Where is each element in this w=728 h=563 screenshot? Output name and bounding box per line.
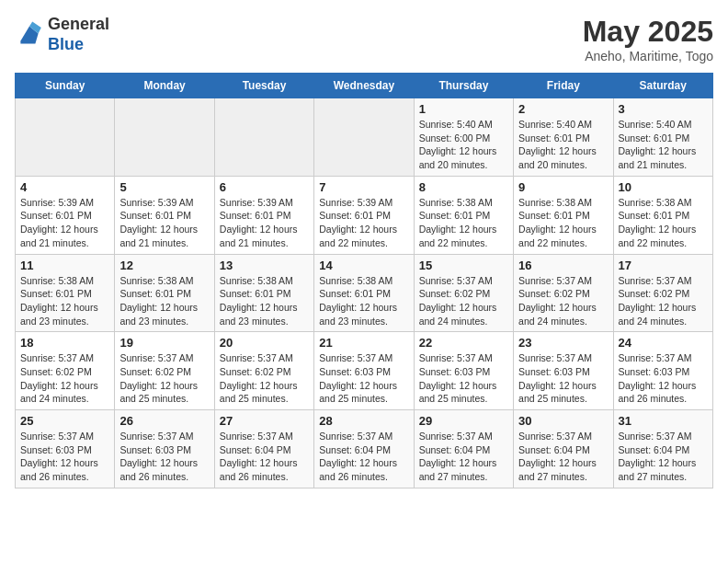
day-info: Sunrise: 5:37 AM Sunset: 6:04 PM Dayligh… [319, 430, 408, 484]
calendar-day-cell: 3Sunrise: 5:40 AM Sunset: 6:01 PM Daylig… [613, 98, 712, 177]
calendar-day-cell: 24Sunrise: 5:37 AM Sunset: 6:03 PM Dayli… [613, 332, 712, 410]
calendar-day-cell: 14Sunrise: 5:38 AM Sunset: 6:01 PM Dayli… [314, 254, 414, 332]
day-number: 2 [518, 102, 608, 116]
calendar-day-cell: 29Sunrise: 5:37 AM Sunset: 6:04 PM Dayli… [414, 410, 513, 488]
weekday-header-tuesday: Tuesday [214, 74, 313, 98]
day-info: Sunrise: 5:37 AM Sunset: 6:02 PM Dayligh… [518, 274, 608, 328]
calendar-day-cell: 1Sunrise: 5:40 AM Sunset: 6:00 PM Daylig… [414, 98, 513, 177]
calendar-subtitle: Aneho, Maritime, Togo [583, 49, 713, 63]
calendar-day-cell: 26Sunrise: 5:37 AM Sunset: 6:03 PM Dayli… [115, 410, 214, 488]
day-number: 23 [518, 336, 608, 350]
calendar-day-cell [115, 98, 214, 177]
calendar-week-row: 18Sunrise: 5:37 AM Sunset: 6:02 PM Dayli… [16, 332, 713, 410]
calendar-day-cell: 12Sunrise: 5:38 AM Sunset: 6:01 PM Dayli… [115, 254, 214, 332]
calendar-day-cell: 21Sunrise: 5:37 AM Sunset: 6:03 PM Dayli… [314, 332, 414, 410]
day-number: 24 [619, 336, 708, 350]
day-number: 7 [319, 180, 408, 194]
calendar-day-cell: 10Sunrise: 5:38 AM Sunset: 6:01 PM Dayli… [613, 176, 712, 254]
calendar-header: SundayMondayTuesdayWednesdayThursdayFrid… [16, 74, 713, 98]
day-info: Sunrise: 5:39 AM Sunset: 6:01 PM Dayligh… [119, 196, 209, 250]
day-info: Sunrise: 5:38 AM Sunset: 6:01 PM Dayligh… [119, 274, 209, 328]
calendar-day-cell: 16Sunrise: 5:37 AM Sunset: 6:02 PM Dayli… [514, 254, 613, 332]
day-info: Sunrise: 5:38 AM Sunset: 6:01 PM Dayligh… [20, 274, 109, 328]
day-number: 6 [220, 180, 309, 194]
day-info: Sunrise: 5:37 AM Sunset: 6:04 PM Dayligh… [619, 430, 708, 484]
weekday-header-monday: Monday [115, 74, 214, 98]
day-number: 27 [220, 414, 309, 428]
calendar-day-cell: 8Sunrise: 5:38 AM Sunset: 6:01 PM Daylig… [414, 176, 513, 254]
calendar-day-cell: 27Sunrise: 5:37 AM Sunset: 6:04 PM Dayli… [214, 410, 313, 488]
calendar-week-row: 25Sunrise: 5:37 AM Sunset: 6:03 PM Dayli… [16, 410, 713, 488]
day-number: 17 [619, 259, 708, 272]
day-number: 5 [119, 180, 209, 194]
day-info: Sunrise: 5:37 AM Sunset: 6:02 PM Dayligh… [20, 351, 109, 406]
day-number: 4 [20, 180, 109, 194]
calendar-day-cell: 28Sunrise: 5:37 AM Sunset: 6:04 PM Dayli… [314, 410, 414, 488]
calendar-day-cell: 18Sunrise: 5:37 AM Sunset: 6:02 PM Dayli… [16, 332, 115, 410]
day-number: 9 [518, 180, 608, 194]
logo: General Blue [15, 15, 109, 54]
day-info: Sunrise: 5:37 AM Sunset: 6:04 PM Dayligh… [220, 430, 309, 484]
calendar-day-cell: 23Sunrise: 5:37 AM Sunset: 6:03 PM Dayli… [514, 332, 613, 410]
calendar-week-row: 11Sunrise: 5:38 AM Sunset: 6:01 PM Dayli… [16, 254, 713, 332]
day-info: Sunrise: 5:37 AM Sunset: 6:03 PM Dayligh… [619, 351, 708, 406]
day-info: Sunrise: 5:40 AM Sunset: 6:00 PM Dayligh… [419, 118, 508, 172]
calendar-day-cell: 4Sunrise: 5:39 AM Sunset: 6:01 PM Daylig… [16, 176, 115, 254]
day-number: 14 [319, 259, 408, 272]
day-info: Sunrise: 5:39 AM Sunset: 6:01 PM Dayligh… [220, 196, 309, 250]
day-info: Sunrise: 5:37 AM Sunset: 6:04 PM Dayligh… [518, 430, 608, 484]
calendar-day-cell: 7Sunrise: 5:39 AM Sunset: 6:01 PM Daylig… [314, 176, 414, 254]
day-number: 31 [619, 414, 708, 428]
calendar-week-row: 4Sunrise: 5:39 AM Sunset: 6:01 PM Daylig… [16, 176, 713, 254]
day-number: 26 [119, 414, 209, 428]
calendar-day-cell: 19Sunrise: 5:37 AM Sunset: 6:02 PM Dayli… [115, 332, 214, 410]
calendar-day-cell: 13Sunrise: 5:38 AM Sunset: 6:01 PM Dayli… [214, 254, 313, 332]
calendar-week-row: 1Sunrise: 5:40 AM Sunset: 6:00 PM Daylig… [16, 98, 713, 177]
day-info: Sunrise: 5:38 AM Sunset: 6:01 PM Dayligh… [619, 196, 708, 250]
calendar-day-cell: 9Sunrise: 5:38 AM Sunset: 6:01 PM Daylig… [514, 176, 613, 254]
calendar-table: SundayMondayTuesdayWednesdayThursdayFrid… [15, 73, 713, 488]
day-number: 11 [20, 259, 109, 272]
logo-icon [15, 20, 44, 50]
calendar-day-cell: 2Sunrise: 5:40 AM Sunset: 6:01 PM Daylig… [514, 98, 613, 177]
weekday-header-thursday: Thursday [414, 74, 513, 98]
calendar-day-cell: 22Sunrise: 5:37 AM Sunset: 6:03 PM Dayli… [414, 332, 513, 410]
calendar-day-cell: 20Sunrise: 5:37 AM Sunset: 6:02 PM Dayli… [214, 332, 313, 410]
day-number: 16 [518, 259, 608, 272]
day-info: Sunrise: 5:37 AM Sunset: 6:02 PM Dayligh… [220, 351, 309, 406]
day-info: Sunrise: 5:38 AM Sunset: 6:01 PM Dayligh… [419, 196, 508, 250]
day-info: Sunrise: 5:39 AM Sunset: 6:01 PM Dayligh… [319, 196, 408, 250]
day-number: 30 [518, 414, 608, 428]
day-number: 21 [319, 336, 408, 350]
day-info: Sunrise: 5:37 AM Sunset: 6:03 PM Dayligh… [20, 430, 109, 484]
weekday-header-row: SundayMondayTuesdayWednesdayThursdayFrid… [16, 74, 713, 98]
day-info: Sunrise: 5:37 AM Sunset: 6:03 PM Dayligh… [518, 351, 608, 406]
day-info: Sunrise: 5:37 AM Sunset: 6:02 PM Dayligh… [119, 351, 209, 406]
day-number: 15 [419, 259, 508, 272]
calendar-day-cell: 15Sunrise: 5:37 AM Sunset: 6:02 PM Dayli… [414, 254, 513, 332]
day-info: Sunrise: 5:38 AM Sunset: 6:01 PM Dayligh… [319, 274, 408, 328]
day-number: 18 [20, 336, 109, 350]
day-info: Sunrise: 5:40 AM Sunset: 6:01 PM Dayligh… [518, 118, 608, 172]
day-number: 20 [220, 336, 309, 350]
day-info: Sunrise: 5:37 AM Sunset: 6:02 PM Dayligh… [419, 274, 508, 328]
calendar-day-cell: 30Sunrise: 5:37 AM Sunset: 6:04 PM Dayli… [514, 410, 613, 488]
day-number: 25 [20, 414, 109, 428]
calendar-day-cell: 31Sunrise: 5:37 AM Sunset: 6:04 PM Dayli… [613, 410, 712, 488]
day-number: 29 [419, 414, 508, 428]
day-number: 10 [619, 180, 708, 194]
calendar-body: 1Sunrise: 5:40 AM Sunset: 6:00 PM Daylig… [16, 98, 713, 488]
day-info: Sunrise: 5:37 AM Sunset: 6:03 PM Dayligh… [419, 351, 508, 406]
day-number: 3 [619, 102, 708, 116]
weekday-header-sunday: Sunday [16, 74, 115, 98]
day-number: 8 [419, 180, 508, 194]
calendar-day-cell [16, 98, 115, 177]
day-info: Sunrise: 5:37 AM Sunset: 6:02 PM Dayligh… [619, 274, 708, 328]
calendar-day-cell [214, 98, 313, 177]
day-number: 19 [119, 336, 209, 350]
calendar-day-cell: 25Sunrise: 5:37 AM Sunset: 6:03 PM Dayli… [16, 410, 115, 488]
day-info: Sunrise: 5:38 AM Sunset: 6:01 PM Dayligh… [220, 274, 309, 328]
day-info: Sunrise: 5:39 AM Sunset: 6:01 PM Dayligh… [20, 196, 109, 250]
logo-text: General Blue [48, 15, 109, 54]
day-info: Sunrise: 5:38 AM Sunset: 6:01 PM Dayligh… [518, 196, 608, 250]
